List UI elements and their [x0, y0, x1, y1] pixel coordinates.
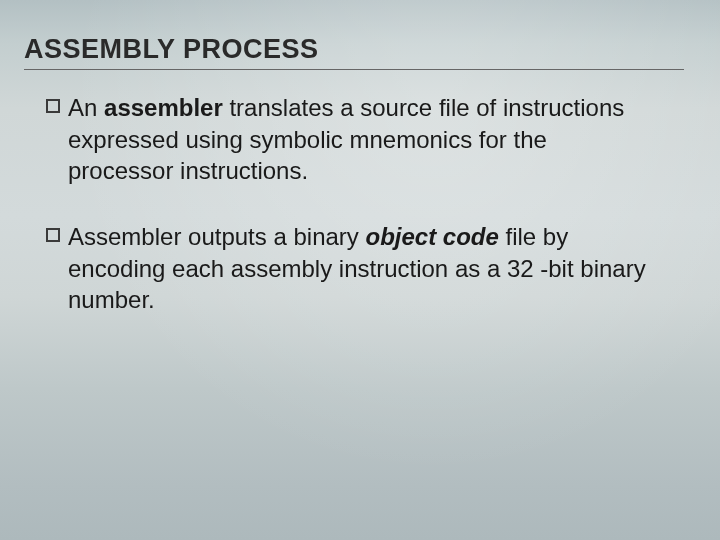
bullet-prefix: An	[68, 94, 104, 121]
bullet-emphasis: assembler	[104, 94, 223, 121]
bullet-text: Assembler outputs a binary object code f…	[68, 221, 654, 316]
slide: ASSEMBLY PROCESS An assembler translates…	[0, 0, 720, 540]
bullet-emphasis: object code	[365, 223, 498, 250]
bullet-marker-icon	[46, 99, 60, 113]
bullet-item: An assembler translates a source file of…	[46, 92, 654, 187]
bullet-marker-icon	[46, 228, 60, 242]
slide-title: ASSEMBLY PROCESS	[24, 34, 684, 67]
bullet-item: Assembler outputs a binary object code f…	[46, 221, 654, 316]
bullet-prefix: Assembler outputs a binary	[68, 223, 365, 250]
slide-body: An assembler translates a source file of…	[24, 70, 684, 316]
bullet-text: An assembler translates a source file of…	[68, 92, 654, 187]
